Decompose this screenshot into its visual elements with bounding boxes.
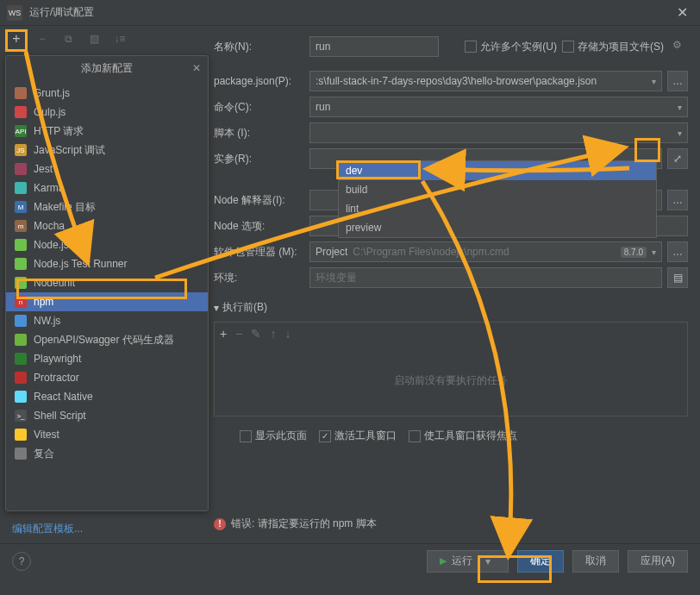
browse-button[interactable]: … [667, 71, 688, 91]
copy-config-button[interactable]: ⧉ [59, 29, 78, 48]
remove-config-button[interactable]: − [33, 29, 52, 48]
run-button[interactable]: ▶ 运行 ▾ [427, 550, 509, 573]
config-type-label: Playwright [34, 353, 81, 365]
config-type-label: HTTP 请求 [34, 124, 84, 139]
config-type-label: Makefile 目标 [34, 200, 96, 215]
config-type-nodejs[interactable]: Node.js [6, 235, 208, 254]
run-dropdown-icon[interactable]: ▾ [479, 555, 496, 567]
node-test-icon [15, 258, 27, 270]
config-type-gruntjs[interactable]: Grunt.js [6, 84, 208, 103]
ok-button[interactable]: 确定 [517, 550, 564, 573]
nodeunit-icon [15, 277, 27, 289]
config-type-label: OpenAPI/Swagger 代码生成器 [34, 333, 174, 348]
env-edit-button[interactable]: ▤ [667, 267, 688, 288]
add-config-button[interactable]: + [7, 29, 26, 48]
args-label: 实参(R): [214, 152, 304, 166]
http-icon: API [15, 125, 27, 137]
name-label: 名称(N): [214, 40, 304, 54]
gulpjs-icon [15, 106, 27, 118]
node-interpreter-label: Node 解释器(I): [214, 193, 304, 208]
close-icon[interactable]: ✕ [672, 4, 693, 21]
config-type-playwright[interactable]: Playwright [6, 349, 208, 368]
script-option-preview[interactable]: preview [339, 218, 656, 237]
config-type-protractor[interactable]: Protractor [6, 368, 208, 387]
config-type-node-test[interactable]: Node.js Test Runner [6, 254, 208, 273]
gear-icon[interactable]: ⚙ [672, 39, 688, 54]
config-type-label: Protractor [34, 372, 79, 384]
config-type-label: React Native [34, 391, 93, 403]
add-task-button[interactable]: + [220, 327, 227, 341]
config-type-http[interactable]: APIHTTP 请求 [6, 122, 208, 141]
package-json-label: package.json(P): [214, 75, 304, 87]
mocha-icon: m [15, 220, 27, 232]
window-title: 运行/调试配置 [29, 5, 94, 20]
error-icon: ! [214, 518, 226, 530]
config-type-makefile[interactable]: MMakefile 目标 [6, 197, 208, 216]
apply-button[interactable]: 应用(A) [628, 550, 688, 573]
config-type-compound[interactable]: 复合 [6, 444, 208, 463]
config-type-shell[interactable]: >_Shell Script [6, 406, 208, 425]
karma-icon [15, 182, 27, 194]
error-text: 错误: 请指定要运行的 npm 脚本 [231, 517, 377, 531]
focus-tool-checkbox[interactable]: 使工具窗口获得焦点 [409, 429, 517, 443]
env-label: 环境: [214, 271, 304, 285]
move-up-button[interactable]: ↑ [270, 327, 276, 341]
sort-button[interactable]: ↓≡ [110, 29, 129, 48]
help-button[interactable]: ? [12, 552, 31, 571]
name-input[interactable] [309, 36, 439, 57]
config-type-openapi[interactable]: OpenAPI/Swagger 代码生成器 [6, 330, 208, 349]
config-type-label: Jest [34, 163, 53, 175]
show-page-checkbox[interactable]: 显示此页面 [240, 429, 307, 443]
protractor-icon [15, 372, 27, 384]
script-option-lint[interactable]: lint [339, 199, 656, 218]
folder-button[interactable]: ▧ [84, 29, 103, 48]
config-type-nwjs[interactable]: NW.js [6, 311, 208, 330]
config-type-label: Nodeunit [34, 277, 75, 289]
close-panel-icon[interactable]: ✕ [192, 62, 201, 74]
store-as-project-checkbox[interactable]: 存储为项目文件(S) [562, 40, 664, 54]
pkg-manager-combo[interactable]: Project C:\Program Files\nodejs\npm.cmd … [309, 241, 662, 262]
chevron-down-icon: ▾ [678, 128, 682, 138]
gruntjs-icon [15, 87, 27, 99]
remove-task-button[interactable]: − [235, 327, 242, 341]
chevron-down-icon: ▾ [678, 103, 682, 112]
before-launch-toggle[interactable]: ▾ 执行前(B) [214, 300, 688, 315]
config-type-js-debug[interactable]: JSJavaScript 调试 [6, 141, 208, 160]
config-type-react-native[interactable]: React Native [6, 387, 208, 406]
before-launch-empty: 启动前没有要执行的任务 [215, 345, 687, 416]
config-type-label: 复合 [34, 447, 54, 461]
edit-task-button[interactable]: ✎ [251, 327, 261, 341]
config-type-nodeunit[interactable]: Nodeunit [6, 273, 208, 292]
config-type-mocha[interactable]: mMocha [6, 216, 208, 235]
cancel-button[interactable]: 取消 [572, 550, 619, 573]
script-option-dev[interactable]: dev [339, 161, 656, 180]
browse-button[interactable]: … [667, 241, 688, 262]
command-combo[interactable]: run ▾ [309, 97, 688, 117]
nwjs-icon [15, 315, 27, 327]
script-combo[interactable]: ▾ [309, 122, 688, 143]
script-dropdown[interactable]: devbuildlintpreview [338, 160, 657, 238]
package-json-combo[interactable]: :s\full-stack-in-7-days-repos\day3\hello… [309, 71, 662, 91]
expand-args-button[interactable]: ⤢ [667, 148, 688, 169]
browse-button[interactable]: … [667, 190, 688, 210]
activate-tool-checkbox[interactable]: 激活工具窗口 [319, 429, 397, 443]
env-input[interactable] [309, 267, 662, 288]
config-type-gulpjs[interactable]: Gulp.js [6, 103, 208, 122]
config-type-npm[interactable]: nnpm [6, 292, 208, 311]
move-down-button[interactable]: ↓ [284, 327, 291, 341]
config-type-jest[interactable]: Jest [6, 160, 208, 178]
vitest-icon [15, 429, 27, 441]
config-type-list[interactable]: Grunt.jsGulp.jsAPIHTTP 请求JSJavaScript 调试… [6, 80, 208, 510]
config-type-karma[interactable]: Karma [6, 178, 208, 197]
config-type-vitest[interactable]: Vitest [6, 425, 208, 444]
command-label: 命令(C): [214, 100, 304, 115]
shell-icon: >_ [15, 410, 27, 422]
npm-icon: n [15, 296, 27, 308]
chevron-down-icon: ▾ [652, 77, 656, 86]
edit-templates-link[interactable]: 编辑配置模板... [12, 522, 202, 536]
js-debug-icon: JS [15, 144, 27, 156]
play-icon: ▶ [440, 555, 447, 567]
allow-multiple-checkbox[interactable]: 允许多个实例(U) [465, 40, 557, 54]
script-option-build[interactable]: build [339, 180, 656, 199]
compound-icon [15, 448, 27, 460]
